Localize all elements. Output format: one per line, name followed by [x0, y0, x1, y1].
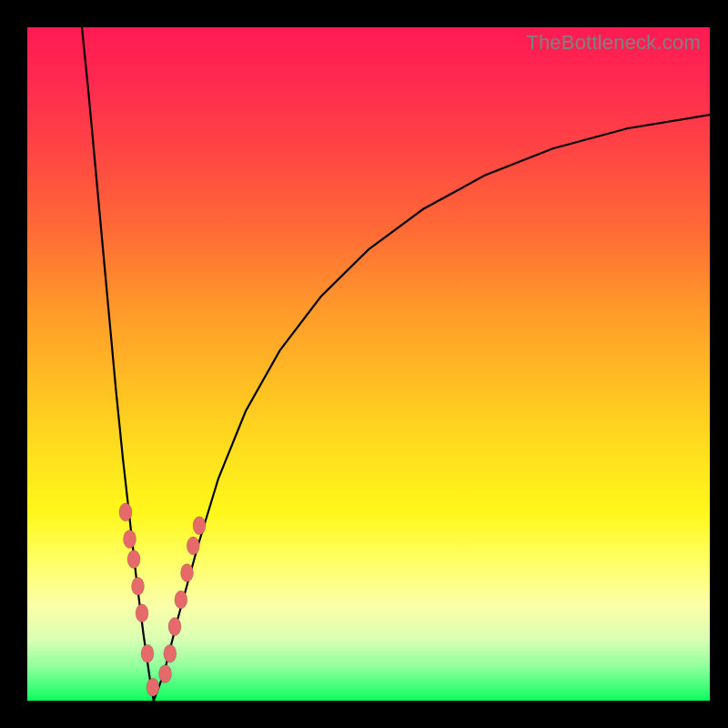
plot-area: TheBottleneck.com	[27, 27, 710, 701]
curve-right-branch	[154, 115, 710, 701]
scatter-dot	[127, 551, 140, 569]
scatter-dot	[119, 503, 132, 521]
curve-left-branch	[82, 27, 154, 701]
scatter-dot	[132, 577, 145, 595]
scatter-dot	[175, 591, 187, 609]
scatter-dot	[159, 664, 172, 682]
scatter-dot	[187, 537, 199, 555]
scatter-dot	[147, 678, 159, 696]
scatter-dot	[193, 517, 206, 535]
scatter-dot	[181, 563, 194, 581]
bottleneck-curve-svg	[27, 27, 710, 701]
watermark-label: TheBottleneck.com	[526, 31, 701, 55]
scatter-dot	[168, 618, 181, 636]
scatter-dots-group	[119, 503, 206, 696]
scatter-dot	[141, 644, 154, 662]
scatter-dot	[164, 644, 177, 662]
scatter-dot	[136, 604, 148, 622]
scatter-dot	[124, 530, 136, 548]
chart-frame: TheBottleneck.com	[0, 0, 728, 728]
